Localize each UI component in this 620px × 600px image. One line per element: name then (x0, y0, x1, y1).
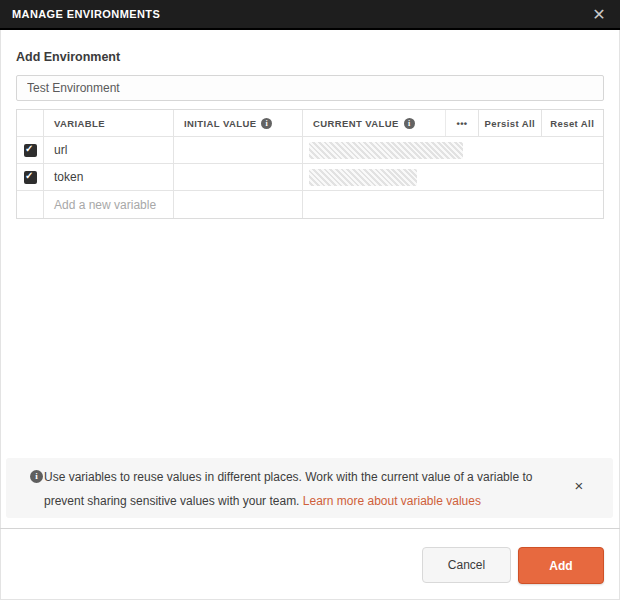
persist-all-link[interactable]: Persist All (478, 110, 541, 136)
column-header-current-value: CURRENT VALUE i (303, 110, 445, 136)
reset-all-link[interactable]: Reset All (541, 110, 604, 136)
variable-name-cell[interactable]: url (44, 137, 174, 163)
column-header-variable: VARIABLE (44, 110, 174, 136)
row-checkbox-cell (17, 164, 44, 190)
masked-value (309, 169, 417, 186)
current-value-cell[interactable] (303, 137, 603, 163)
banner-text: Use variables to reuse values in differe… (44, 465, 549, 513)
new-variable-placeholder: Add a new variable (54, 198, 156, 212)
banner-close-icon[interactable]: × (569, 476, 589, 496)
current-value-cell[interactable] (303, 164, 603, 190)
info-icon: i (261, 118, 272, 129)
add-button[interactable]: Add (518, 547, 604, 584)
environment-name-input[interactable] (16, 75, 604, 101)
initial-value-cell[interactable] (174, 191, 303, 218)
new-variable-input-cell[interactable]: Add a new variable (44, 191, 174, 218)
info-banner: i Use variables to reuse values in diffe… (6, 458, 613, 518)
new-variable-row: Add a new variable (17, 191, 603, 218)
footer-divider (0, 528, 620, 529)
dialog-title: MANAGE ENVIRONMENTS (12, 8, 160, 20)
info-icon: i (404, 118, 415, 129)
table-row: url (17, 137, 603, 164)
initial-value-cell[interactable] (174, 164, 303, 190)
table-row: token (17, 164, 603, 191)
info-icon: i (30, 470, 43, 483)
row-checkbox-cell (17, 137, 44, 163)
checkbox-checked-icon[interactable] (24, 171, 37, 184)
variables-table: VARIABLE INITIAL VALUE i CURRENT VALUE i… (16, 109, 604, 219)
checkbox-checked-icon[interactable] (24, 144, 37, 157)
learn-more-link[interactable]: Learn more about variable values (303, 494, 481, 508)
initial-value-cell[interactable] (174, 137, 303, 163)
manage-environments-dialog: MANAGE ENVIRONMENTS ✕ Add Environment VA… (0, 0, 620, 600)
row-checkbox-cell (17, 191, 44, 218)
add-environment-heading: Add Environment (16, 50, 604, 64)
close-icon[interactable]: ✕ (588, 4, 610, 26)
variable-name-cell[interactable]: token (44, 164, 174, 190)
column-header-initial-value: INITIAL VALUE i (174, 110, 303, 136)
current-value-cell[interactable] (303, 191, 603, 218)
dialog-titlebar: MANAGE ENVIRONMENTS ✕ (0, 0, 620, 30)
more-options-icon[interactable]: ••• (445, 110, 478, 136)
masked-value (309, 142, 463, 159)
table-header-row: VARIABLE INITIAL VALUE i CURRENT VALUE i… (17, 110, 603, 137)
select-all-cell[interactable] (17, 110, 44, 136)
footer: Cancel Add (422, 547, 604, 584)
cancel-button[interactable]: Cancel (422, 547, 511, 583)
